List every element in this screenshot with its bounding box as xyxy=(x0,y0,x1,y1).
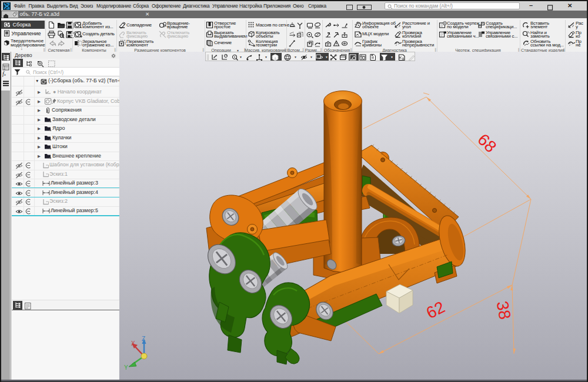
svg-text:68: 68 xyxy=(474,130,500,156)
svg-text:62: 62 xyxy=(423,298,448,323)
svg-text:Z: Z xyxy=(142,336,145,342)
svg-text:38: 38 xyxy=(493,300,514,321)
svg-text:Y: Y xyxy=(124,364,128,371)
svg-text:X: X xyxy=(131,340,135,347)
